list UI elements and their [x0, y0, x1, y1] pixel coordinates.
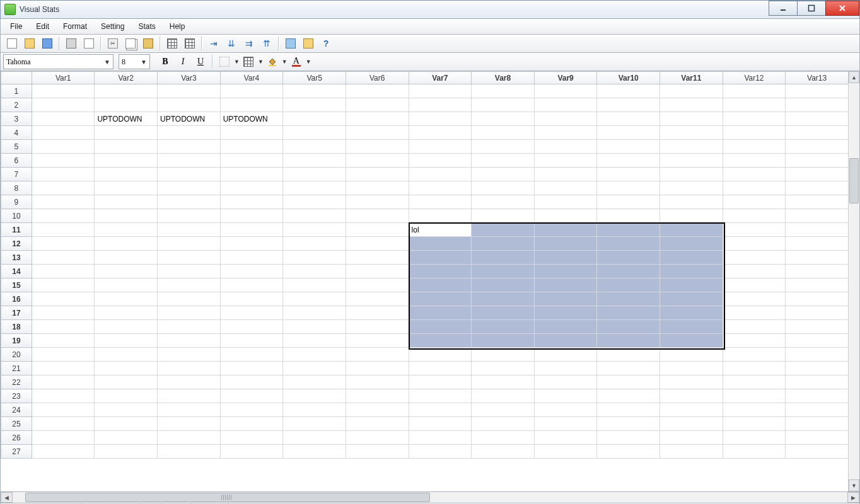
row-header[interactable]: 16	[1, 292, 32, 306]
cell[interactable]	[283, 306, 346, 320]
cell[interactable]	[95, 126, 158, 140]
cell[interactable]: UPTODOWN	[158, 112, 221, 126]
cell[interactable]	[786, 334, 849, 348]
cell[interactable]: lol	[409, 223, 472, 237]
row-header[interactable]: 4	[1, 126, 32, 140]
cell[interactable]	[660, 278, 723, 292]
cell[interactable]	[346, 209, 409, 223]
vertical-scrollbar[interactable]: ▲ ▼	[848, 71, 859, 491]
cell[interactable]	[472, 126, 535, 140]
cell[interactable]	[786, 98, 849, 112]
cell[interactable]	[597, 389, 660, 403]
cell[interactable]	[158, 223, 221, 237]
menu-file[interactable]: File	[3, 19, 29, 34]
column-header[interactable]: Var9	[534, 72, 597, 84]
cell[interactable]	[472, 375, 535, 389]
cell[interactable]	[220, 320, 283, 334]
cell[interactable]	[472, 348, 535, 362]
cell[interactable]	[283, 223, 346, 237]
cell[interactable]	[220, 278, 283, 292]
cell[interactable]	[346, 292, 409, 306]
cell[interactable]	[534, 84, 597, 98]
scroll-thumb[interactable]	[849, 158, 859, 203]
sort-button-4[interactable]: ⇈	[259, 35, 275, 52]
cell[interactable]	[283, 278, 346, 292]
cell[interactable]	[95, 348, 158, 362]
cell[interactable]	[32, 140, 95, 154]
cell[interactable]	[723, 334, 786, 348]
bold-button[interactable]: B	[157, 54, 173, 69]
image-button[interactable]	[282, 35, 299, 52]
cell[interactable]	[346, 154, 409, 168]
paste-button[interactable]	[140, 35, 156, 52]
cell[interactable]	[597, 306, 660, 320]
cell[interactable]	[409, 209, 472, 223]
row-header[interactable]: 13	[1, 251, 32, 265]
cell[interactable]	[597, 98, 660, 112]
cell[interactable]	[283, 445, 346, 459]
cell[interactable]	[158, 431, 221, 445]
cell[interactable]	[409, 237, 472, 251]
cell[interactable]	[534, 389, 597, 403]
cell[interactable]	[597, 112, 660, 126]
cell[interactable]	[786, 223, 849, 237]
cell[interactable]	[346, 98, 409, 112]
cell[interactable]	[220, 445, 283, 459]
cell[interactable]	[472, 84, 535, 98]
cell[interactable]	[723, 389, 786, 403]
cell[interactable]	[409, 168, 472, 181]
grid-button-1[interactable]	[164, 35, 180, 52]
column-header[interactable]: Var1	[32, 72, 95, 84]
cell[interactable]	[723, 265, 786, 278]
cell[interactable]	[597, 126, 660, 140]
cell[interactable]	[597, 154, 660, 168]
cell[interactable]	[95, 209, 158, 223]
cell[interactable]	[660, 292, 723, 306]
cell[interactable]	[409, 195, 472, 209]
cell[interactable]	[283, 348, 346, 362]
cell[interactable]	[32, 126, 95, 140]
cell[interactable]	[346, 417, 409, 431]
cell[interactable]	[158, 154, 221, 168]
cell[interactable]	[723, 431, 786, 445]
cell[interactable]	[220, 154, 283, 168]
cell[interactable]	[723, 126, 786, 140]
cell[interactable]	[32, 417, 95, 431]
cell[interactable]	[660, 154, 723, 168]
cell[interactable]	[32, 334, 95, 348]
cell[interactable]	[660, 306, 723, 320]
cell[interactable]	[723, 375, 786, 389]
cell[interactable]	[534, 223, 597, 237]
row-header[interactable]: 7	[1, 168, 32, 181]
cell[interactable]	[786, 209, 849, 223]
cell[interactable]	[597, 375, 660, 389]
cell[interactable]	[472, 278, 535, 292]
chevron-down-icon[interactable]: ▼	[258, 59, 264, 65]
chevron-down-icon[interactable]: ▼	[306, 59, 311, 65]
sort-button-1[interactable]: ⇥	[206, 35, 222, 52]
cell[interactable]	[723, 84, 786, 98]
cell[interactable]	[32, 389, 95, 403]
cell[interactable]	[158, 375, 221, 389]
cell[interactable]	[597, 334, 660, 348]
cell[interactable]	[220, 265, 283, 278]
row-header[interactable]: 22	[1, 375, 32, 389]
column-header[interactable]: Var6	[346, 72, 409, 84]
cell[interactable]	[346, 445, 409, 459]
scroll-down-arrow-icon[interactable]: ▼	[849, 479, 859, 491]
cell[interactable]	[346, 306, 409, 320]
cell[interactable]	[723, 223, 786, 237]
cell[interactable]	[597, 181, 660, 195]
cell[interactable]	[597, 403, 660, 417]
cell[interactable]	[95, 237, 158, 251]
row-header[interactable]: 25	[1, 417, 32, 431]
cell[interactable]	[32, 265, 95, 278]
cell[interactable]	[472, 334, 535, 348]
print-button[interactable]	[63, 35, 79, 52]
save-button[interactable]	[39, 35, 55, 52]
cell[interactable]	[472, 140, 535, 154]
row-header[interactable]: 2	[1, 98, 32, 112]
row-header[interactable]: 20	[1, 348, 32, 362]
cell[interactable]	[472, 168, 535, 181]
cell[interactable]	[660, 320, 723, 334]
